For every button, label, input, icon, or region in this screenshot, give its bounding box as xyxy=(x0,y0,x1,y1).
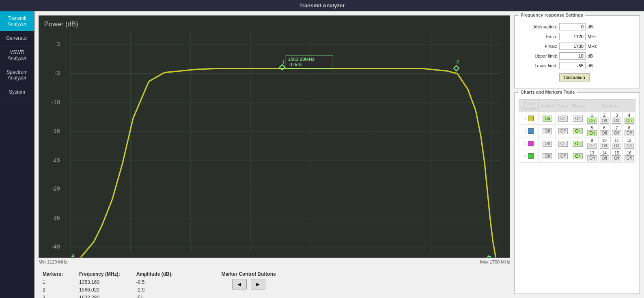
trace-1-active-btn[interactable]: On xyxy=(543,116,552,122)
chart-container: Power (dB) xyxy=(39,15,510,258)
chart-min-label: Min 1120 MHz xyxy=(39,259,67,264)
sidebar-item-system[interactable]: System xyxy=(0,85,34,99)
markers-data: Markers: 1 2 3 4 Frequency (MHz): 1353.1… xyxy=(39,269,510,298)
marker-control-label: Marker Control Buttons xyxy=(222,271,276,277)
marker-arrows: ◄ ► xyxy=(222,279,276,289)
m8-btn[interactable]: Off xyxy=(625,130,634,136)
chart-panel: Power (dB) xyxy=(39,15,510,294)
trace-3-save: Off xyxy=(556,137,570,150)
marker-freq-3: 1622.280 xyxy=(79,294,120,298)
trace-2-active: Off xyxy=(539,125,556,137)
sidebar-item-generator[interactable]: Generator xyxy=(0,31,34,45)
trace-1-num: 1 xyxy=(519,112,539,125)
m14-btn[interactable]: Off xyxy=(600,155,609,161)
sidebar-item-vswr-analyzer[interactable]: VSWRAnalyzer xyxy=(0,45,34,65)
trace-1-active: On xyxy=(539,112,556,125)
trace-3-color xyxy=(528,141,534,146)
sidebar: TransmitAnalyzer Generator VSWRAnalyzer … xyxy=(0,11,34,298)
marker-left-button[interactable]: ◄ xyxy=(232,279,247,289)
fmin-unit: MHz xyxy=(588,34,600,39)
content-area: Power (dB) xyxy=(34,11,644,298)
app-title: Transmit Analyzer xyxy=(299,2,345,9)
trace-4-m16: 16 Off xyxy=(623,150,635,163)
trace-4-save-btn[interactable]: Off xyxy=(558,153,568,159)
lower-limit-label: Lower limit: xyxy=(519,63,557,68)
trace-2-save-btn[interactable]: Off xyxy=(558,128,568,134)
col-blank: Blank xyxy=(570,100,586,112)
m11-btn[interactable]: Off xyxy=(612,143,621,149)
m2-btn[interactable]: Off xyxy=(600,118,609,124)
trace-3-save-btn[interactable]: Off xyxy=(558,141,568,147)
svg-text:-0.0dB: -0.0dB xyxy=(288,62,302,67)
m9-btn[interactable]: Off xyxy=(587,143,597,149)
svg-text:4: 4 xyxy=(71,253,74,257)
top-bar: Transmit Analyzer xyxy=(0,0,644,11)
fmin-input[interactable] xyxy=(559,33,586,40)
m13-btn[interactable]: Off xyxy=(587,155,597,161)
lower-limit-input[interactable] xyxy=(559,62,586,69)
svg-text:-36: -36 xyxy=(52,214,60,221)
marker-control-col: Marker Control Buttons ◄ ► xyxy=(222,271,276,298)
trace-1-save: Off xyxy=(556,112,570,125)
upper-limit-input[interactable] xyxy=(559,52,586,60)
marker-amp-2: -2.9 xyxy=(136,286,173,294)
m12-btn[interactable]: Off xyxy=(625,143,634,149)
trace-3-active-btn[interactable]: Off xyxy=(543,141,552,147)
trace-1-save-btn[interactable]: Off xyxy=(558,116,568,122)
fmin-label: Fmin: xyxy=(519,34,557,39)
chart-footer: Min 1120 MHz Max 1700 MHz xyxy=(39,258,510,266)
calibration-button[interactable]: Calibration xyxy=(559,73,590,81)
svg-text:Power (dB): Power (dB) xyxy=(44,20,78,28)
trace-3-m11: 11 Off xyxy=(611,137,623,150)
attenuation-input[interactable] xyxy=(559,23,586,30)
upper-limit-row: Upper limit: dB xyxy=(519,52,635,60)
sidebar-item-spectrum-analyzer[interactable]: SpectrumAnalyzer xyxy=(0,65,34,85)
freq-col-header: Frequency (MHz): xyxy=(79,271,120,277)
markers-col-num: Markers: 1 2 3 4 xyxy=(43,271,63,298)
svg-text:1863.60MHz: 1863.60MHz xyxy=(288,56,315,62)
trace-2-m5: 5 On xyxy=(586,125,599,137)
m10-btn[interactable]: Off xyxy=(600,143,609,149)
marker-amp-1: -0.5 xyxy=(136,279,173,286)
main-layout: TransmitAnalyzer Generator VSWRAnalyzer … xyxy=(0,11,644,298)
m4-btn[interactable]: On xyxy=(625,118,634,124)
svg-text:2: 2 xyxy=(457,59,459,65)
col-save: Save xyxy=(556,100,570,112)
trace-3-blank-btn[interactable]: On xyxy=(573,141,582,147)
trace-4-blank-btn[interactable]: On xyxy=(573,153,582,159)
m15-btn[interactable]: Off xyxy=(612,155,621,161)
svg-text:-29: -29 xyxy=(52,185,60,192)
svg-text:3: 3 xyxy=(57,41,60,47)
m5-btn[interactable]: On xyxy=(587,130,597,136)
m7-btn[interactable]: Off xyxy=(612,130,621,136)
trace-2-blank-btn[interactable]: On xyxy=(573,128,582,134)
marker-right-button[interactable]: ► xyxy=(251,279,265,289)
m1-btn[interactable]: On xyxy=(587,118,597,124)
trace-4-active-btn[interactable]: Off xyxy=(543,153,552,159)
trace-1-blank-btn[interactable]: Off xyxy=(573,116,582,122)
trace-4-m15: 15 Off xyxy=(611,150,623,163)
markers-col-freq: Frequency (MHz): 1353.160 1566.020 1622.… xyxy=(79,271,120,298)
svg-text:-23: -23 xyxy=(52,157,60,163)
col-markers: Markers xyxy=(586,100,635,112)
table-row: 3 Off Off On 9 Off 10 Off 11 Off 12 Off xyxy=(519,137,635,150)
trace-2-m6: 6 Off xyxy=(598,125,610,137)
markers-col-amp: Amplitude (dB): -0.5 -2.9 -51 -42.5 xyxy=(136,271,173,298)
m16-btn[interactable]: Off xyxy=(625,155,634,161)
svg-text:-3: -3 xyxy=(55,70,60,76)
sidebar-item-transmit-analyzer[interactable]: TransmitAnalyzer xyxy=(0,11,34,31)
trace-2-active-btn[interactable]: Off xyxy=(543,128,552,134)
table-row: 1 On Off Off 1 On 2 Off 3 Off 4 On xyxy=(519,112,635,125)
marker-num-2: 2 xyxy=(43,286,63,294)
markers-col-header: Markers: xyxy=(43,271,63,277)
markers-section: Markers: 1 2 3 4 Frequency (MHz): 1353.1… xyxy=(39,266,510,298)
trace-3-m9: 9 Off xyxy=(586,137,599,150)
trace-2-m7: 7 Off xyxy=(611,125,623,137)
m6-btn[interactable]: Off xyxy=(600,130,609,136)
col-trace-number: Tracenumber xyxy=(519,100,539,112)
fmax-input[interactable] xyxy=(559,43,586,50)
marker-num-3: 3 xyxy=(43,294,63,298)
trace-3-m10: 10 Off xyxy=(598,137,610,150)
freq-settings-box: Frequency response Settings Attenuation:… xyxy=(514,15,640,88)
m3-btn[interactable]: Off xyxy=(612,118,621,124)
